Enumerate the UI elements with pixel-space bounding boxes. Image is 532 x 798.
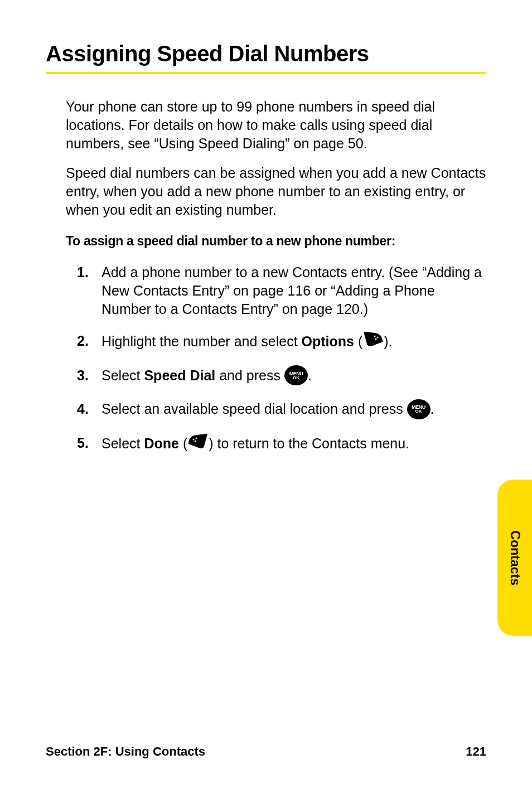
step-1: 1. Add a phone number to a new Contacts … (77, 263, 486, 318)
bold-term: Done (144, 435, 179, 451)
page-heading: Assigning Speed Dial Numbers (46, 41, 486, 66)
text-fragment: Highlight the number and select (101, 333, 302, 349)
step-text: Select Speed Dial and press MENUOK. (101, 366, 486, 386)
section-tab: Contacts (497, 480, 532, 636)
bold-term: Options (302, 333, 354, 349)
step-number: 5. (77, 434, 101, 455)
step-number: 2. (77, 332, 101, 353)
right-softkey-icon (362, 331, 384, 352)
text-fragment: ( (179, 435, 187, 451)
text-fragment: Select (101, 367, 144, 383)
procedure-heading: To assign a speed dial number to a new p… (66, 234, 486, 249)
body-content: Your phone can store up to 99 phone numb… (46, 98, 486, 455)
step-text: Select Done () to return to the Contacts… (101, 434, 486, 455)
step-5: 5. Select Done () to return to the Conta… (77, 434, 486, 455)
steps-list: 1. Add a phone number to a new Contacts … (66, 263, 486, 455)
bold-term: Speed Dial (144, 367, 215, 383)
text-fragment: Select an available speed dial location … (101, 401, 407, 417)
step-text: Highlight the number and select Options … (101, 332, 486, 353)
svg-point-0 (374, 336, 376, 337)
footer-section-title: Section 2F: Using Contacts (46, 744, 205, 759)
intro-paragraph-1: Your phone can store up to 99 phone numb… (66, 98, 486, 153)
icon-label-bottom: OK (293, 376, 299, 380)
svg-point-3 (193, 438, 195, 440)
step-2: 2. Highlight the number and select Optio… (77, 332, 486, 353)
svg-point-1 (377, 337, 379, 338)
icon-label-bottom: OK (415, 409, 422, 413)
step-text: Add a phone number to a new Contacts ent… (101, 263, 486, 318)
footer-page-number: 121 (466, 744, 486, 759)
menu-ok-button-icon: MENUOK (407, 399, 431, 419)
intro-paragraph-2: Speed dial numbers can be assigned when … (66, 164, 486, 219)
text-fragment: ). (384, 333, 392, 349)
step-number: 1. (77, 263, 101, 318)
step-3: 3. Select Speed Dial and press MENUOK. (77, 366, 486, 386)
text-fragment: Select (101, 435, 144, 451)
step-number: 3. (77, 366, 101, 386)
text-fragment: and press (215, 367, 284, 383)
svg-point-4 (196, 437, 197, 439)
left-softkey-icon (187, 433, 209, 454)
text-fragment: . (308, 367, 312, 383)
section-tab-label: Contacts (507, 530, 523, 585)
text-fragment: ( (354, 333, 362, 349)
text-fragment: . (431, 401, 434, 417)
heading-underline (46, 72, 486, 74)
menu-ok-button-icon: MENUOK (284, 365, 308, 385)
step-4: 4. Select an available speed dial locati… (77, 400, 486, 420)
manual-page: Assigning Speed Dial Numbers Your phone … (0, 0, 532, 798)
step-text: Select an available speed dial location … (101, 400, 486, 420)
svg-point-5 (195, 440, 196, 442)
svg-point-2 (375, 338, 377, 340)
step-number: 4. (77, 400, 101, 420)
text-fragment: ) to return to the Contacts menu. (209, 435, 409, 451)
page-footer: Section 2F: Using Contacts 121 (46, 744, 486, 759)
